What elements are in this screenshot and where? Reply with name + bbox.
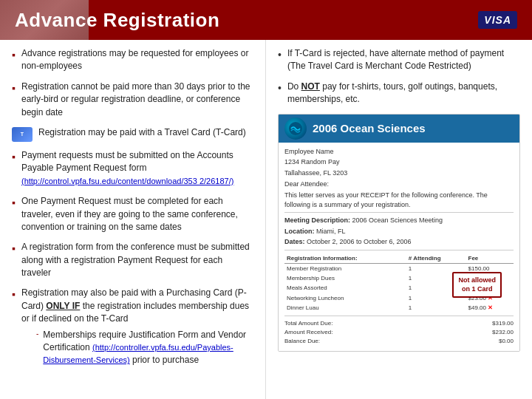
bullet-text-tcard: Registration may be paid with a Travel C… [38,126,246,139]
tcard-icon: T [12,127,33,142]
conf-title: 2006 Ocean Sciences [313,120,426,136]
total-amount-row: Total Amount Due: $319.00 [284,319,514,327]
bullet-dot-4: ▪ [12,196,16,211]
conf-card-header: 2006 Ocean Sciences [279,115,519,143]
balance-due-label: Balance Due: [284,337,320,345]
bullet-registration-days: ▪ Registration cannot be paid more than … [12,81,253,119]
conf-divider-1 [284,212,514,213]
bullet-payment-request: ▪ Payment requests must be submitted on … [12,149,253,188]
table-row: Dinner Luau 1 $49.00 ✕ [284,303,514,313]
bullet-dot-5: ▪ [12,242,16,256]
total-amount-label: Total Amount Due: [284,319,332,327]
row-label: Membership Dues [284,273,406,283]
amount-received-row: Amount Received: $232.00 [284,328,514,336]
sub-bullet-1: - Memberships require Justification Form… [36,329,253,367]
meeting-desc: Meeting Description: 2006 Ocean Sciences… [284,216,514,225]
bullet-text-6: Registration may also be paid with a Pur… [21,287,253,369]
bullet-text-1: Advance registrations may be requested f… [21,47,253,73]
page-title: Advance Registration [15,9,219,32]
bullet-text-4: One Payment Request must be completed fo… [21,195,253,233]
balance-due-row: Balance Due: $0.00 [284,337,514,345]
right-text-1: If T-Card is rejected, have alternate me… [287,47,520,73]
col-header-3: Fee [466,253,514,264]
vendor-cert-link[interactable]: (http://controller.vpfa.fsu.edu/Payables… [43,343,233,364]
bullet-dot-2: ▪ [12,81,16,96]
bullet-dot-3: ▪ [12,150,16,165]
conference-card: 2006 Ocean Sciences Employee Name 1234 R… [278,114,520,352]
row-attending: 1 [406,303,466,313]
amount-received-label: Amount Received: [284,328,332,336]
page-header: Advance Registration VISA [0,0,532,40]
dates: Dates: October 2, 2006 to October 6, 200… [284,237,514,247]
row-label: Meals Assorted [284,283,406,293]
red-x-icon: ✕ [488,304,493,311]
col-header-1: Registration Information: [284,253,406,264]
conf-table-wrapper: Registration Information: # Attending Fe… [284,253,514,313]
conf-divider-3 [284,316,514,316]
visa-badge: VISA [478,11,517,29]
bullet-one-payment: ▪ One Payment Request must be completed … [12,195,253,233]
row-label: Member Registration [284,264,406,274]
col-header-2: # Attending [406,253,466,264]
bullet-tcard: T Registration may be paid with a Travel… [12,126,253,142]
right-text-2: Do NOT pay for t-shirts, tours, golf out… [287,81,520,106]
amount-received-val: $232.00 [492,328,514,336]
bullet-dot-6: ▪ [12,287,16,302]
not-underline: NOT [301,81,320,92]
bullet-do-not-pay: • Do NOT pay for t-shirts, tours, golf o… [278,81,520,106]
bullet-text-3: Payment requests must be submitted on th… [21,149,253,188]
row-label: Networking Luncheon [284,293,406,303]
row-label: Dinner Luau [284,303,406,313]
total-amount-val: $319.00 [492,319,514,327]
bullet-tcard-rejected: • If T-Card is rejected, have alternate … [278,47,520,73]
row-fee: $49.00 ✕ [466,303,514,313]
payment-form-link[interactable]: (http://control.vpfa.fsu.edu/content/dow… [21,177,233,185]
bullet-reg-form: ▪ A registration form from the conferenc… [12,241,253,279]
dear-line: Dear Attendee: [284,180,514,189]
location: Location: Miami, FL [284,227,514,236]
bullet-advance-registrations: ▪ Advance registrations may be requested… [12,47,253,73]
bullet-pcard: ▪ Registration may also be paid with a P… [12,287,253,369]
conf-body: Employee Name 1234 Random Pay Tallahasse… [279,143,519,351]
balance-due-val: $0.00 [499,337,514,345]
body-text: This letter serves as your RECEIPT for t… [284,191,514,209]
bullet-dot-1: ▪ [12,48,16,63]
employee-detail: 1234 Random Pay [284,157,514,167]
bullet-text-2: Registration cannot be paid more than 30… [21,81,253,119]
ocean-logo [284,117,307,140]
employee-name: Employee Name [284,147,514,157]
not-allowed-badge: Not allowed on 1 Card [452,272,502,298]
right-dot-1: • [278,48,282,63]
visa-text: VISA [484,14,511,26]
main-content: ▪ Advance registrations may be requested… [0,40,532,399]
right-panel: • If T-Card is rejected, have alternate … [266,40,532,399]
bullet-text-5: A registration form from the conference … [21,241,253,279]
right-dot-2: • [278,81,282,96]
conf-totals: Total Amount Due: $319.00 Amount Receive… [284,319,514,346]
conf-divider-2 [284,250,514,250]
left-panel: ▪ Advance registrations may be requested… [0,40,266,399]
city-state: Tallahassee, FL 3203 [284,168,514,178]
sub-bullets: - Memberships require Justification Form… [36,329,253,367]
